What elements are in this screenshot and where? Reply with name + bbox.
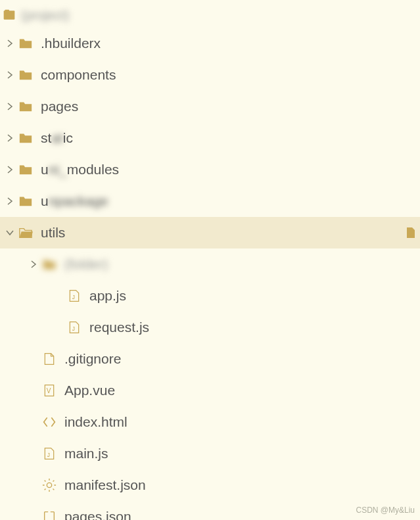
- file-label: App.vue: [64, 383, 420, 398]
- folder-icon: [17, 161, 34, 178]
- svg-text:V: V: [47, 387, 51, 394]
- folder-hbuilderx[interactable]: .hbuilderx: [0, 28, 420, 59]
- js-file-icon: J: [41, 445, 58, 462]
- vue-file-icon: V: [41, 382, 58, 399]
- js-file-icon: J: [66, 287, 83, 304]
- folder-uni-modules[interactable]: uni_modules: [0, 154, 420, 185]
- project-icon: [3, 9, 16, 22]
- folder-label: pages: [41, 99, 420, 114]
- folder-open-icon: [17, 224, 34, 241]
- chevron-right-icon: [3, 103, 17, 110]
- file-icon: [41, 350, 58, 367]
- folder-icon: [41, 256, 58, 273]
- file-tree: (project) .hbuilderx components pages st…: [0, 0, 420, 520]
- chevron-right-icon: [3, 71, 17, 79]
- file-label: main.js: [64, 446, 420, 461]
- file-index-html[interactable]: • index.html: [0, 406, 420, 438]
- manifest-file-icon: [41, 477, 58, 494]
- chevron-down-icon: [3, 229, 17, 237]
- folder-static[interactable]: static: [0, 122, 420, 154]
- file-manifest-json[interactable]: • manifest.json: [0, 469, 420, 501]
- svg-point-6: [47, 483, 51, 487]
- svg-text:J: J: [72, 294, 75, 300]
- file-label: .gitignore: [64, 351, 420, 367]
- file-badge-icon: [406, 226, 416, 239]
- file-request-js[interactable]: • J request.js: [0, 312, 420, 343]
- folder-icon: [17, 193, 34, 210]
- root-label: (project): [21, 8, 420, 23]
- chevron-right-icon: [3, 134, 17, 142]
- js-file-icon: J: [66, 319, 83, 336]
- file-app-js[interactable]: • J app.js: [0, 280, 420, 312]
- folder-icon: [17, 130, 34, 147]
- folder-label: unpackage: [41, 193, 420, 209]
- tree-root[interactable]: (project): [0, 3, 420, 28]
- svg-text:J: J: [47, 452, 50, 458]
- chevron-right-icon: [26, 260, 41, 268]
- svg-rect-1: [5, 10, 9, 12]
- json-file-icon: [41, 508, 58, 520]
- folder-label: .hbuilderx: [41, 35, 420, 51]
- file-gitignore[interactable]: • .gitignore: [0, 343, 420, 375]
- chevron-right-icon: [3, 39, 17, 47]
- folder-icon: [17, 35, 34, 52]
- folder-components[interactable]: components: [0, 59, 420, 91]
- folder-label: utils: [41, 225, 420, 241]
- folder-pages[interactable]: pages: [0, 91, 420, 122]
- folder-label: uni_modules: [41, 162, 420, 177]
- folder-icon: [17, 66, 34, 83]
- file-label: manifest.json: [64, 477, 420, 493]
- chevron-right-icon: [3, 197, 17, 205]
- svg-rect-0: [4, 11, 15, 19]
- chevron-right-icon: [3, 166, 17, 174]
- svg-text:J: J: [72, 325, 75, 332]
- file-main-js[interactable]: • J main.js: [0, 438, 420, 469]
- folder-blurred[interactable]: (folder): [0, 248, 420, 280]
- folder-label: static: [41, 130, 420, 146]
- file-app-vue[interactable]: • V App.vue: [0, 375, 420, 406]
- folder-label: (folder): [64, 256, 420, 272]
- watermark: CSDN @My&Liu: [356, 506, 415, 515]
- file-label: app.js: [89, 288, 420, 304]
- folder-label: components: [41, 67, 420, 83]
- file-label: request.js: [89, 319, 420, 335]
- folder-utils[interactable]: utils: [0, 217, 420, 248]
- html-file-icon: [41, 414, 58, 431]
- folder-icon: [17, 98, 34, 115]
- folder-unpackage[interactable]: unpackage: [0, 185, 420, 217]
- file-label: index.html: [64, 414, 420, 430]
